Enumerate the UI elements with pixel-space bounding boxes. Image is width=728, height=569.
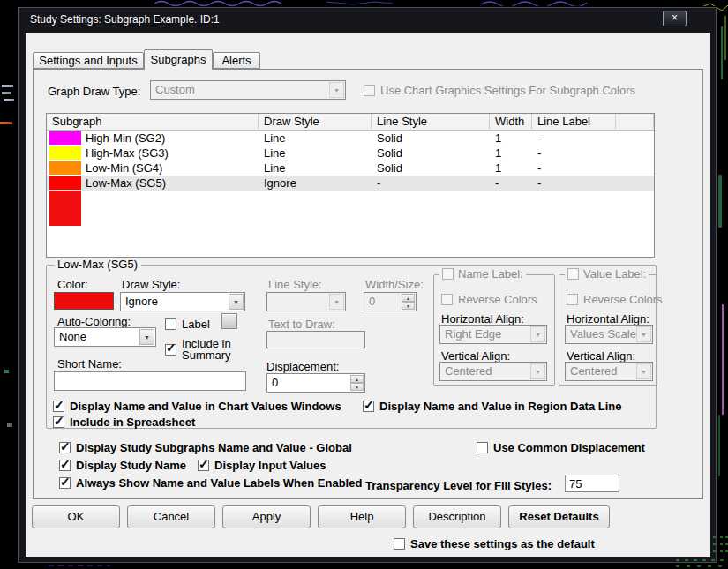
- tab-alerts[interactable]: Alerts: [213, 52, 260, 69]
- tab-subgraphs[interactable]: Subgraphs: [144, 49, 213, 70]
- button-label: Reset Defaults: [519, 510, 598, 523]
- tab-label: Alerts: [221, 54, 251, 67]
- checkbox-box: [567, 294, 578, 305]
- checkbox-label: Display Study Subgraphs Name and Value -…: [76, 441, 352, 454]
- spinner-value: 0: [272, 376, 278, 389]
- line-style-cell: Solid: [377, 131, 402, 145]
- dropdown-value: Right Edge: [445, 327, 501, 341]
- tab-settings-and-inputs[interactable]: Settings and Inputs: [33, 52, 144, 69]
- text-to-draw-label: Text to Draw:: [268, 318, 335, 331]
- reset-defaults-button[interactable]: Reset Defaults: [508, 505, 610, 528]
- color-swatch-button[interactable]: [54, 292, 114, 310]
- name-vertical-align-label: Vertical Align:: [441, 349, 510, 363]
- value-label-checkbox: Value Label:: [565, 267, 649, 281]
- include-in-summary-checkbox[interactable]: Include in Summary: [165, 338, 236, 361]
- checkbox-label: Use Chart Graphics Settings For Subgraph…: [380, 84, 635, 97]
- spinner-up-icon[interactable]: ▲: [350, 375, 364, 383]
- width-size-spinner: 0 ▲ ▼: [364, 292, 417, 311]
- draw-style-cell: Line: [264, 131, 286, 145]
- line-style-cell: -: [377, 176, 380, 190]
- cancel-button[interactable]: Cancel: [127, 505, 215, 528]
- chevron-down-icon[interactable]: ▼: [139, 329, 154, 345]
- table-row[interactable]: Low-Max (SG5) Ignore - - -: [47, 176, 654, 191]
- col-header-draw-style[interactable]: Draw Style: [259, 114, 372, 131]
- checkbox-box: [394, 538, 405, 550]
- description-button[interactable]: Description: [413, 505, 501, 528]
- table-row[interactable]: Low-Min (SG4) Line Solid 1 -: [47, 161, 654, 176]
- draw-style-dropdown[interactable]: Ignore ▼: [120, 292, 245, 311]
- name-horizontal-align-dropdown: Right Edge ▼: [439, 325, 547, 344]
- ok-button[interactable]: OK: [32, 505, 120, 528]
- spinner-down-icon[interactable]: ▼: [350, 383, 364, 391]
- display-chart-values-checkbox[interactable]: Display Name and Value in Chart Values W…: [53, 400, 341, 413]
- dropdown-value: Centered: [570, 364, 617, 378]
- subgraph-settings-group: Low-Max (SG5) Color: Draw Style: Ignore …: [46, 265, 657, 429]
- checkbox-box: [567, 268, 579, 280]
- col-header-width[interactable]: Width: [490, 114, 532, 131]
- checkbox-box: [198, 460, 209, 471]
- subgraph-list: Subgraph Draw Style Line Style Width Lin…: [46, 113, 655, 258]
- dialog-client-area: Settings and Inputs Subgraphs Alerts Gra…: [26, 33, 710, 557]
- use-common-displacement-checkbox[interactable]: Use Common Displacement: [477, 441, 645, 454]
- checkbox-box: [441, 294, 453, 305]
- checkbox-label: Display Name and Value in Region Data Li…: [379, 400, 622, 413]
- spinner-value: 0: [369, 295, 375, 308]
- chevron-down-icon: ▼: [636, 363, 651, 379]
- checkbox-label: Always Show Name and Value Labels When E…: [76, 476, 362, 490]
- checkbox-box: [53, 401, 64, 412]
- dropdown-value: Centered: [445, 364, 492, 378]
- name-horizontal-align-label: Horizontal Align:: [441, 312, 524, 326]
- name-reverse-colors-checkbox: Reverse Colors: [441, 293, 537, 306]
- transparency-label: Transparency Level for Fill Styles:: [365, 479, 552, 492]
- value-horizontal-align-dropdown: Values Scale ▼: [565, 325, 653, 344]
- table-row[interactable]: High-Min (SG2) Line Solid 1 -: [47, 131, 654, 146]
- auto-coloring-label: Auto-Coloring:: [57, 315, 131, 328]
- label-checkbox[interactable]: Label: [165, 318, 210, 331]
- name-vertical-align-dropdown: Centered ▼: [439, 362, 547, 381]
- width-cell: -: [495, 176, 499, 190]
- chevron-down-icon[interactable]: ▼: [229, 294, 244, 310]
- include-in-spreadsheet-checkbox[interactable]: Include in Spreadsheet: [53, 416, 195, 429]
- spinner-up-icon: ▲: [402, 294, 415, 302]
- table-row[interactable]: High-Max (SG3) Line Solid 1 -: [47, 146, 654, 161]
- apply-button[interactable]: Apply: [222, 505, 311, 528]
- checkbox-box: [364, 85, 375, 96]
- label-color-button[interactable]: [221, 313, 237, 329]
- checkbox-box: [477, 442, 488, 453]
- width-cell: 1: [495, 131, 501, 145]
- window-title: Study Settings: Subgraph Example. ID:1: [30, 13, 220, 26]
- display-region-data-checkbox[interactable]: Display Name and Value in Region Data Li…: [363, 400, 622, 413]
- help-button[interactable]: Help: [318, 505, 406, 528]
- width-cell: 1: [495, 161, 501, 175]
- dropdown-value: Ignore: [125, 295, 158, 308]
- close-icon: ×: [672, 11, 678, 24]
- draw-style-cell: Line: [264, 146, 286, 160]
- col-header-line-style[interactable]: Line Style: [372, 114, 490, 131]
- checkbox-box: [363, 401, 374, 412]
- chevron-down-icon: ▼: [530, 326, 545, 342]
- short-name-input[interactable]: [54, 371, 246, 391]
- checkbox-label: Include in Summary: [182, 337, 231, 362]
- checkbox-label: Reverse Colors: [583, 293, 663, 306]
- desktop: Study Settings: Subgraph Example. ID:1 ×…: [0, 0, 728, 569]
- always-show-labels-checkbox[interactable]: Always Show Name and Value Labels When E…: [59, 476, 362, 490]
- subgraph-color-swatch: [49, 161, 81, 175]
- save-as-default-checkbox[interactable]: Save these settings as the default: [394, 537, 595, 550]
- checkbox-label: Use Common Displacement: [493, 441, 645, 454]
- study-settings-window: Study Settings: Subgraph Example. ID:1 ×…: [18, 7, 717, 563]
- col-header-line-label[interactable]: Line Label: [532, 114, 616, 131]
- display-input-values-checkbox[interactable]: Display Input Values: [198, 459, 326, 472]
- col-header-subgraph[interactable]: Subgraph: [47, 114, 259, 131]
- checkbox-box: [59, 442, 71, 453]
- display-global-checkbox[interactable]: Display Study Subgraphs Name and Value -…: [59, 441, 352, 454]
- checkbox-label: Name Label:: [458, 267, 523, 281]
- transparency-input[interactable]: [565, 475, 619, 492]
- displacement-spinner[interactable]: 0 ▲ ▼: [266, 373, 365, 393]
- close-button[interactable]: ×: [663, 11, 687, 26]
- col-header-empty: [616, 114, 654, 131]
- display-study-name-checkbox[interactable]: Display Study Name: [59, 459, 186, 472]
- auto-coloring-dropdown[interactable]: None ▼: [54, 327, 156, 347]
- text-to-draw-input: [266, 331, 365, 348]
- dropdown-value: Values Scale: [570, 327, 636, 341]
- checkbox-label: Display Study Name: [76, 459, 186, 472]
